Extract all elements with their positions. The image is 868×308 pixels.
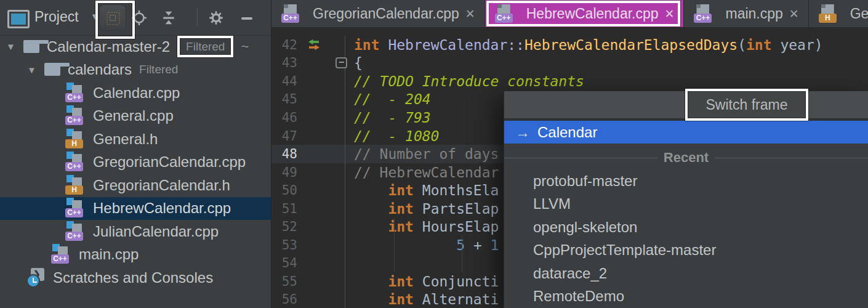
tree-item-calendars[interactable]: ▼calendarsFiltered bbox=[0, 59, 271, 82]
popup-item-opengl-skeleton[interactable]: opengl-skeleton bbox=[504, 216, 868, 239]
close-icon[interactable]: ✕ bbox=[665, 7, 675, 21]
code-segment: int bbox=[388, 219, 414, 235]
code-text: // HebrewCalendar bbox=[345, 164, 499, 180]
recent-section-divider: Recent bbox=[504, 150, 868, 166]
tab-label: main.cpp bbox=[725, 6, 782, 22]
editor-gutter: 47 bbox=[271, 127, 345, 145]
filtered-badge: Filtered bbox=[139, 63, 178, 76]
tree-item-General.h[interactable]: HGeneral.h bbox=[0, 128, 271, 151]
code-segment: // - 1080 bbox=[354, 128, 439, 144]
code-segment: int bbox=[388, 291, 414, 307]
popup-title: Switch frame bbox=[706, 97, 788, 113]
tab-Gener[interactable]: HGener bbox=[809, 0, 868, 27]
tree-item-Calendar-master-2[interactable]: ▼Calendar-master-2Filtered~ bbox=[0, 35, 271, 59]
tab-main.cpp[interactable]: C++main.cpp✕ bbox=[684, 0, 808, 27]
popup-item-datarace_2[interactable]: datarace_2 bbox=[504, 262, 868, 285]
close-icon[interactable]: ✕ bbox=[465, 7, 475, 21]
popup-recent-list: protobuf-masterLLVMopengl-skeletonCppPro… bbox=[504, 168, 868, 308]
tree-item-label: General.cpp bbox=[93, 107, 174, 124]
editor-gutter: 44 bbox=[271, 72, 345, 91]
code-text: int HoursElap bbox=[345, 219, 499, 235]
settings-button[interactable] bbox=[208, 10, 224, 26]
line-number: 53 bbox=[271, 238, 297, 253]
tree-item-HebrewCalendar.cpp[interactable]: C++HebrewCalendar.cpp bbox=[0, 197, 271, 221]
popup-item-RemoteDemo[interactable]: RemoteDemo bbox=[504, 285, 868, 308]
tree-item-JulianCalendar.cpp[interactable]: C++JulianCalendar.cpp bbox=[0, 220, 271, 243]
popup-item-selected[interactable]: → Calendar bbox=[504, 121, 868, 144]
project-panel: Project ▼ bbox=[0, 0, 271, 308]
fold-marker[interactable]: − bbox=[336, 57, 347, 68]
editor-gutter: 48 bbox=[271, 145, 345, 163]
code-segment bbox=[354, 274, 388, 290]
code-segment bbox=[354, 219, 388, 235]
tree-item-General.cpp[interactable]: C++General.cpp bbox=[0, 105, 271, 128]
cpp-file-icon: C++ bbox=[65, 198, 87, 219]
code-segment: // - 204 bbox=[354, 91, 431, 107]
cpp-file-icon: C++ bbox=[693, 4, 714, 24]
tab-label: HebrewCalendar.cpp bbox=[526, 6, 659, 22]
editor-gutter: 50 bbox=[271, 181, 345, 200]
indent-guide bbox=[394, 254, 395, 273]
line-number: 43 bbox=[271, 55, 297, 70]
popup-item-CppProjectTemplate-master[interactable]: CppProjectTemplate-master bbox=[504, 239, 868, 262]
tree-item-label: JulianCalendar.cpp bbox=[93, 223, 219, 240]
code-segment bbox=[354, 182, 388, 198]
project-panel-title[interactable]: Project bbox=[34, 9, 79, 25]
editor-gutter: 46 bbox=[271, 108, 345, 127]
code-segment: { bbox=[354, 55, 363, 71]
code-segment: int bbox=[388, 201, 414, 217]
hide-panel-button[interactable] bbox=[241, 17, 252, 20]
code-segment: 5 bbox=[456, 237, 465, 253]
line-number: 51 bbox=[271, 201, 297, 216]
code-line-42[interactable]: 42int HebrewCalendar::HebrewCalendarElap… bbox=[271, 36, 868, 54]
code-segment: ( bbox=[737, 37, 746, 53]
select-opened-file-button[interactable] bbox=[99, 4, 126, 31]
popup-item-LLVM[interactable]: LLVM bbox=[504, 193, 868, 216]
editor-gutter: 43− bbox=[271, 54, 345, 73]
tree-item-GregorianCalendar.h[interactable]: HGregorianCalendar.h bbox=[0, 174, 271, 197]
tree-item-Scratches and Consoles[interactable]: ❯Scratches and Consoles bbox=[0, 266, 271, 290]
annotation-box-switch-frame: Switch frame bbox=[685, 89, 808, 121]
close-icon[interactable]: ✕ bbox=[789, 7, 799, 21]
indent-guide bbox=[462, 254, 462, 273]
code-text: int Alternati bbox=[345, 291, 499, 307]
tree-item-Calendar.cpp[interactable]: C++Calendar.cpp bbox=[0, 81, 271, 105]
tree-item-label: GregorianCalendar.h bbox=[93, 177, 230, 194]
code-line-43[interactable]: 43−{ bbox=[271, 54, 868, 73]
tab-label: Gener bbox=[850, 6, 868, 22]
tree-item-GregorianCalendar.cpp[interactable]: C++GregorianCalendar.cpp bbox=[0, 151, 271, 174]
line-number: 42 bbox=[271, 38, 297, 52]
project-view-icon bbox=[7, 10, 30, 28]
tab-HebrewCalendar.cpp[interactable]: C++HebrewCalendar.cpp✕ bbox=[485, 0, 685, 27]
collapse-all-button[interactable] bbox=[161, 10, 177, 26]
indent-guide bbox=[394, 217, 395, 236]
tree-item-main.cpp[interactable]: C++main.cpp bbox=[0, 243, 271, 267]
popup-selected-label: Calendar bbox=[537, 124, 597, 141]
code-segment: // HebrewCalendar bbox=[354, 164, 499, 180]
expand-arrow-icon[interactable]: ▼ bbox=[27, 65, 39, 75]
expand-arrow-icon[interactable]: ▼ bbox=[6, 41, 18, 52]
locate-icon bbox=[131, 10, 147, 26]
switch-arrows-icon[interactable] bbox=[307, 39, 321, 54]
project-toolbar: Project ▼ bbox=[0, 0, 271, 36]
code-segment: int bbox=[354, 37, 380, 53]
ide-window: Project ▼ bbox=[0, 0, 868, 308]
code-text: 5 + 1 bbox=[345, 237, 499, 253]
cpp-file-icon: C++ bbox=[65, 152, 87, 172]
settings-gear-icon bbox=[208, 10, 224, 26]
code-text: int Conjuncti bbox=[345, 274, 499, 290]
line-number: 46 bbox=[271, 110, 297, 125]
tree-item-label: HebrewCalendar.cpp bbox=[93, 200, 231, 217]
cpp-file-icon: C++ bbox=[494, 4, 515, 24]
popup-item-protobuf-master[interactable]: protobuf-master bbox=[504, 169, 868, 193]
locate-button[interactable] bbox=[131, 10, 147, 26]
line-number: 50 bbox=[271, 183, 297, 198]
cpp-file-icon: C++ bbox=[50, 244, 73, 265]
line-number: 52 bbox=[271, 219, 297, 234]
line-number: 49 bbox=[271, 165, 297, 180]
chevron-down-icon[interactable]: ▼ bbox=[90, 11, 100, 22]
tab-GregorianCalendar.cpp[interactable]: C++GregorianCalendar.cpp✕ bbox=[271, 0, 485, 27]
code-line-44[interactable]: 44// TODO Introduce constants bbox=[271, 72, 868, 91]
code-segment: // TODO Introduce constants bbox=[354, 73, 584, 89]
code-text: { bbox=[345, 55, 363, 71]
